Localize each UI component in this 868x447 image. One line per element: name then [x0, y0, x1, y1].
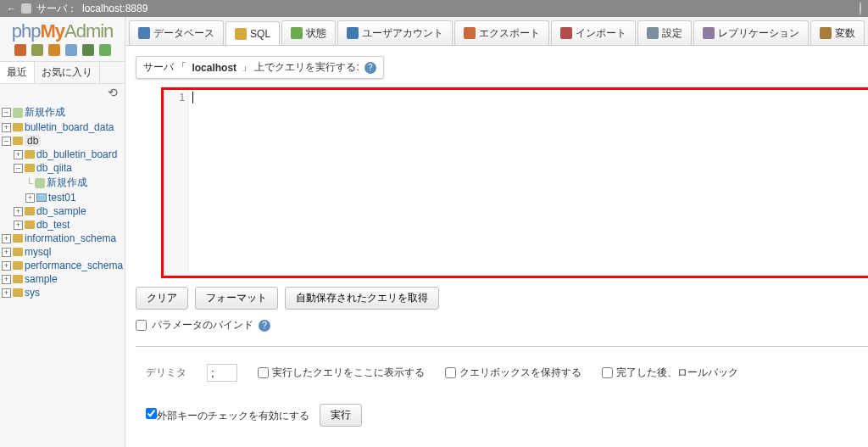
variables-icon: [820, 27, 832, 39]
fk-check-checkbox[interactable]: [146, 408, 157, 419]
tree-db-sample[interactable]: db_sample: [36, 205, 86, 217]
collapse-icon[interactable]: ⟲: [0, 84, 125, 101]
tree-db-test[interactable]: db_test: [36, 219, 70, 231]
help-icon[interactable]: ?: [259, 320, 270, 332]
tree-db-qiita[interactable]: db_qiita: [36, 162, 72, 174]
tree-sample[interactable]: sample: [25, 273, 58, 285]
status-icon: [291, 27, 303, 39]
keep-box-label: クエリボックスを保持する: [459, 366, 581, 380]
database-icon: [138, 27, 150, 39]
tab-settings[interactable]: 設定: [637, 20, 692, 45]
format-button[interactable]: フォーマット: [195, 287, 278, 310]
server-label: サーバ：: [36, 2, 77, 16]
tree-new[interactable]: 新規作成: [25, 105, 65, 120]
show-query-checkbox[interactable]: [258, 367, 269, 378]
gear-icon[interactable]: [860, 2, 861, 15]
tree-test01[interactable]: test01: [48, 192, 76, 204]
delimiter-input[interactable]: [207, 364, 237, 382]
run-query-label: サーバ 「localhost」 上でクエリを実行する: ?: [136, 56, 384, 79]
tab-database[interactable]: データベース: [129, 20, 224, 45]
tree-db-qiita-new[interactable]: 新規作成: [47, 176, 87, 190]
editor-gutter: 1: [164, 90, 189, 276]
tree-sys[interactable]: sys: [25, 287, 40, 299]
rollback-checkbox[interactable]: [602, 367, 613, 378]
tree-perf-schema[interactable]: performance_schema: [25, 260, 123, 271]
show-query-label: 実行したクエリをここに表示する: [272, 366, 425, 380]
tree-bulletin[interactable]: bulletin_board_data: [25, 121, 114, 133]
settings-icon[interactable]: [99, 44, 111, 56]
tab-status[interactable]: 状態: [281, 20, 336, 45]
param-bind-checkbox[interactable]: [136, 320, 147, 331]
logout-icon[interactable]: [31, 44, 43, 56]
wrench-icon: [647, 27, 659, 39]
server-host: localhost:8889: [82, 3, 147, 14]
tree-info-schema[interactable]: information_schema: [25, 232, 116, 244]
delimiter-label: デリミタ: [146, 366, 186, 380]
reload-icon[interactable]: [82, 44, 94, 56]
users-icon: [347, 27, 359, 39]
server-icon: [21, 3, 31, 14]
navi-icon[interactable]: [65, 44, 77, 56]
param-bind-label: パラメータのバインド: [152, 318, 253, 332]
help-icon[interactable]: ?: [364, 62, 376, 74]
new-icon: [13, 108, 23, 118]
rollback-label: 完了した後、ロールバック: [616, 366, 738, 380]
tree-db-bulletin[interactable]: db_bulletin_board: [36, 148, 117, 160]
tab-recent[interactable]: 最近: [0, 62, 35, 83]
tab-import[interactable]: インポート: [551, 20, 636, 45]
replication-icon: [703, 27, 715, 39]
sql-editor[interactable]: [189, 90, 868, 276]
export-icon: [464, 27, 476, 39]
logo: phpMyAdmin: [0, 17, 125, 44]
docs-icon[interactable]: [48, 44, 60, 56]
tab-variables[interactable]: 変数: [810, 20, 865, 45]
tree-mysql[interactable]: mysql: [25, 246, 51, 258]
home-icon[interactable]: [14, 44, 26, 56]
tab-export[interactable]: エクスポート: [454, 20, 549, 45]
tab-users[interactable]: ユーザアカウント: [337, 20, 453, 45]
sql-icon: [235, 28, 247, 40]
keep-box-checkbox[interactable]: [445, 367, 456, 378]
import-icon: [560, 27, 572, 39]
execute-button[interactable]: 実行: [320, 404, 362, 427]
tab-favorite[interactable]: お気に入り: [35, 62, 100, 83]
get-auto-saved-button[interactable]: 自動保存されたクエリを取得: [285, 287, 439, 310]
tab-replication[interactable]: レプリケーション: [693, 20, 809, 45]
tab-sql[interactable]: SQL: [225, 21, 280, 46]
clear-button[interactable]: クリア: [136, 287, 188, 310]
tree-db[interactable]: db: [25, 135, 41, 147]
fk-check-label: 外部キーのチェックを有効にする: [157, 410, 309, 422]
